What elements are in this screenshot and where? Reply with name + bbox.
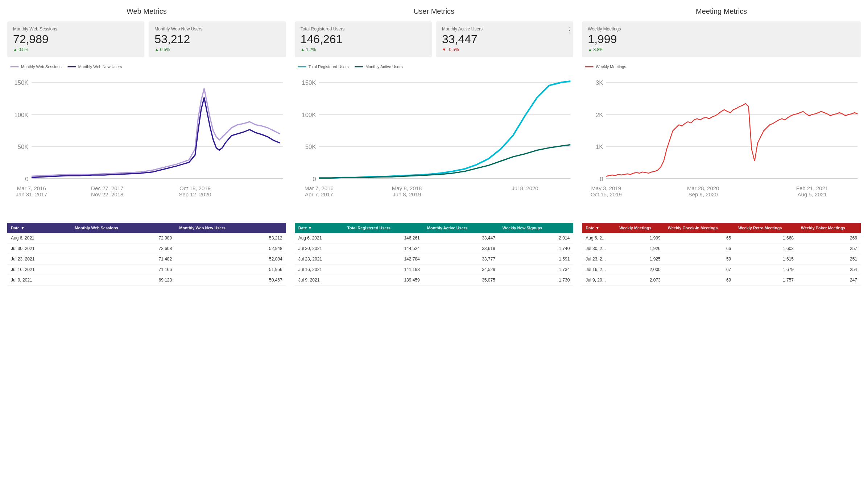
web-data-table: Date ▼ Monthly Web Sessions Monthly Web … [7, 223, 286, 285]
user-metrics-title: User Metrics [295, 7, 574, 16]
meeting-col-poker: Weekly Poker Meetings [797, 223, 861, 233]
web-col-new-users: Monthly Web New Users [175, 223, 286, 233]
monthly-active-label: Monthly Active Users [442, 26, 567, 32]
weekly-meetings-legend-label: Weekly Meetings [596, 64, 626, 69]
user-col-total: Total Registered Users [344, 223, 423, 233]
svg-text:0: 0 [313, 176, 316, 183]
meeting-data-table: Date ▼ Weekly Meetings Weekly Check-In M… [582, 223, 861, 285]
web-sessions-legend: Monthly Web Sessions [10, 64, 62, 69]
web-new-users-kpi: Monthly Web New Users 53,212 0.5% [149, 21, 286, 57]
web-metrics-title: Web Metrics [7, 7, 286, 16]
web-chart-svg: 150K 100K 50K 0 Mar 7, 2016 Jan 31, 2017… [7, 70, 286, 216]
web-metrics-section: Web Metrics Monthly Web Sessions 72,989 … [7, 7, 286, 285]
svg-text:Oct 15, 2019: Oct 15, 2019 [591, 191, 622, 197]
weekly-meetings-value: 1,999 [588, 33, 855, 46]
total-users-value: 146,261 [301, 33, 426, 46]
web-chart-area: Monthly Web Sessions Monthly Web New Use… [7, 62, 286, 218]
user-chart-legend: Total Registered Users Monthly Active Us… [295, 64, 574, 70]
web-col-date[interactable]: Date ▼ [7, 223, 71, 233]
web-new-users-value: 53,212 [154, 33, 280, 46]
meeting-chart-area: Weekly Meetings 3K 2K 1K 0 May 3, 2019 [582, 62, 861, 218]
meeting-chart-legend: Weekly Meetings [582, 64, 861, 70]
user-col-active: Monthly Active Users [423, 223, 499, 233]
svg-text:Jun 8, 2019: Jun 8, 2019 [393, 191, 421, 197]
monthly-active-value: 33,447 [442, 33, 567, 46]
table-row: Jul 9, 20... 2,073 69 1,757 247 [582, 275, 861, 285]
svg-text:Mar 7, 2016: Mar 7, 2016 [304, 185, 333, 191]
web-col-sessions: Monthly Web Sessions [71, 223, 175, 233]
table-row: Jul 16, 2021 71,166 51,956 [7, 264, 286, 275]
weekly-meetings-legend-line [585, 66, 594, 67]
table-row: Aug 6, 2021 146,261 33,447 2,014 [295, 233, 574, 243]
total-users-change: 1.2% [301, 47, 426, 52]
user-col-date[interactable]: Date ▼ [295, 223, 344, 233]
svg-text:Sep 12, 2020: Sep 12, 2020 [179, 191, 211, 197]
svg-text:Sep 9, 2020: Sep 9, 2020 [689, 191, 718, 197]
svg-text:150K: 150K [302, 79, 316, 86]
web-sessions-value: 72,989 [13, 33, 139, 46]
svg-text:100K: 100K [15, 112, 29, 118]
table-row: Jul 30, 2021 144,524 33,619 1,740 [295, 243, 574, 254]
monthly-active-legend-line [355, 66, 363, 67]
table-row: Jul 23, 2021 142,784 33,777 1,591 [295, 254, 574, 264]
total-users-label: Total Registered Users [301, 26, 426, 32]
web-new-users-change: 0.5% [154, 47, 280, 52]
table-row: Jul 23, 2... 1,925 59 1,615 251 [582, 254, 861, 264]
table-row: Aug 6, 2... 1,999 65 1,668 266 [582, 233, 861, 243]
more-options-button[interactable]: ⋮ [566, 26, 573, 34]
svg-text:May 8, 2018: May 8, 2018 [392, 185, 422, 191]
weekly-meetings-legend: Weekly Meetings [585, 64, 626, 69]
svg-text:0: 0 [25, 176, 28, 183]
monthly-active-kpi: Monthly Active Users 33,447 -0.5% [436, 21, 573, 57]
meeting-col-checkin: Weekly Check-In Meetings [664, 223, 735, 233]
meeting-chart-svg: 3K 2K 1K 0 May 3, 2019 Oct 15, 2019 Mar … [582, 70, 861, 216]
svg-text:1K: 1K [596, 143, 603, 150]
meeting-metrics-section: Meeting Metrics Weekly Meetings 1,999 3.… [582, 7, 861, 285]
meeting-col-date[interactable]: Date ▼ [582, 223, 616, 233]
web-new-users-legend-label: Monthly Web New Users [78, 64, 122, 69]
table-row: Jul 23, 2021 71,482 52,084 [7, 254, 286, 264]
web-new-users-legend: Monthly Web New Users [67, 64, 122, 69]
total-users-legend-line [298, 66, 306, 67]
svg-text:50K: 50K [18, 143, 29, 150]
user-chart-svg: 150K 100K 50K 0 Mar 7, 2016 Apr 7, 2017 … [295, 70, 574, 216]
svg-text:3K: 3K [596, 79, 603, 86]
web-sessions-kpi: Monthly Web Sessions 72,989 0.5% [7, 21, 144, 57]
svg-text:Nov 22, 2018: Nov 22, 2018 [91, 191, 123, 197]
user-kpi-row: Total Registered Users 146,261 1.2% Mont… [295, 21, 574, 57]
web-sessions-label: Monthly Web Sessions [13, 26, 139, 32]
meeting-kpi-row: Weekly Meetings 1,999 3.8% [582, 21, 861, 57]
svg-text:0: 0 [600, 176, 603, 183]
table-row: Jul 9, 2021 139,459 35,075 1,730 [295, 275, 574, 285]
meeting-col-weekly: Weekly Meetings [616, 223, 664, 233]
table-row: Jul 9, 2021 69,123 50,467 [7, 275, 286, 285]
svg-text:Apr 7, 2017: Apr 7, 2017 [305, 191, 333, 197]
user-metrics-section: User Metrics Total Registered Users 146,… [295, 7, 574, 285]
web-sessions-legend-label: Monthly Web Sessions [21, 64, 62, 69]
svg-text:May 3, 2019: May 3, 2019 [591, 185, 621, 191]
total-users-legend: Total Registered Users [298, 64, 349, 69]
weekly-meetings-change: 3.8% [588, 47, 855, 52]
web-chart-legend: Monthly Web Sessions Monthly Web New Use… [7, 64, 286, 70]
svg-text:Dec 27, 2017: Dec 27, 2017 [91, 185, 123, 191]
meeting-col-retro: Weekly Retro Meetings [735, 223, 797, 233]
monthly-active-legend: Monthly Active Users [355, 64, 403, 69]
weekly-meetings-kpi: Weekly Meetings 1,999 3.8% [582, 21, 861, 57]
monthly-active-change: -0.5% [442, 47, 567, 52]
svg-text:150K: 150K [15, 79, 29, 86]
web-new-users-label: Monthly Web New Users [154, 26, 280, 32]
svg-text:Jul 8, 2020: Jul 8, 2020 [512, 185, 538, 191]
svg-text:Jan 31, 2017: Jan 31, 2017 [16, 191, 47, 197]
user-chart-area: Total Registered Users Monthly Active Us… [295, 62, 574, 218]
user-col-signups: Weekly New Signups [499, 223, 574, 233]
meeting-metrics-title: Meeting Metrics [582, 7, 861, 16]
svg-text:2K: 2K [596, 112, 603, 118]
weekly-meetings-label: Weekly Meetings [588, 26, 855, 32]
web-sessions-legend-line [10, 66, 19, 67]
svg-text:Feb 21, 2021: Feb 21, 2021 [796, 185, 828, 191]
table-row: Jul 30, 2... 1,926 66 1,603 257 [582, 243, 861, 254]
svg-text:Aug 5, 2021: Aug 5, 2021 [798, 191, 827, 197]
svg-text:Mar 7, 2016: Mar 7, 2016 [17, 185, 46, 191]
svg-text:Mar 28, 2020: Mar 28, 2020 [687, 185, 719, 191]
web-new-users-legend-line [67, 66, 76, 67]
